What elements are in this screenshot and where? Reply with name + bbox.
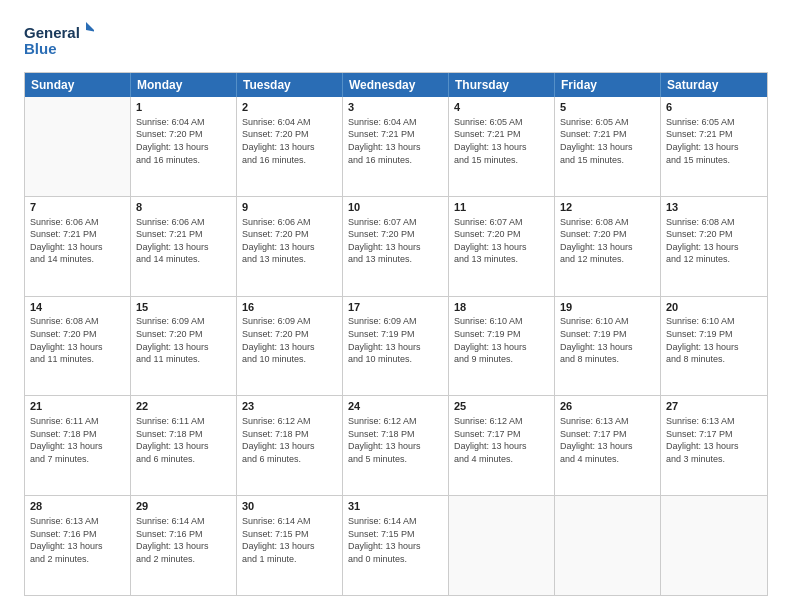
cell-info: Sunrise: 6:09 AM Sunset: 7:19 PM Dayligh… — [348, 315, 443, 365]
cell-info: Sunrise: 6:12 AM Sunset: 7:18 PM Dayligh… — [242, 415, 337, 465]
cal-cell: 27Sunrise: 6:13 AM Sunset: 7:17 PM Dayli… — [661, 396, 767, 495]
cal-cell: 3Sunrise: 6:04 AM Sunset: 7:21 PM Daylig… — [343, 97, 449, 196]
day-number: 18 — [454, 300, 549, 315]
day-number: 25 — [454, 399, 549, 414]
day-number: 16 — [242, 300, 337, 315]
day-header-friday: Friday — [555, 73, 661, 97]
cal-cell — [555, 496, 661, 595]
cal-cell: 10Sunrise: 6:07 AM Sunset: 7:20 PM Dayli… — [343, 197, 449, 296]
cal-cell: 22Sunrise: 6:11 AM Sunset: 7:18 PM Dayli… — [131, 396, 237, 495]
day-number: 2 — [242, 100, 337, 115]
day-number: 7 — [30, 200, 125, 215]
cell-info: Sunrise: 6:06 AM Sunset: 7:20 PM Dayligh… — [242, 216, 337, 266]
cal-cell: 2Sunrise: 6:04 AM Sunset: 7:20 PM Daylig… — [237, 97, 343, 196]
cell-info: Sunrise: 6:10 AM Sunset: 7:19 PM Dayligh… — [560, 315, 655, 365]
calendar: SundayMondayTuesdayWednesdayThursdayFrid… — [24, 72, 768, 596]
cell-info: Sunrise: 6:08 AM Sunset: 7:20 PM Dayligh… — [560, 216, 655, 266]
day-number: 17 — [348, 300, 443, 315]
cal-cell — [25, 97, 131, 196]
day-number: 9 — [242, 200, 337, 215]
cal-cell — [661, 496, 767, 595]
cell-info: Sunrise: 6:04 AM Sunset: 7:21 PM Dayligh… — [348, 116, 443, 166]
cell-info: Sunrise: 6:10 AM Sunset: 7:19 PM Dayligh… — [454, 315, 549, 365]
cell-info: Sunrise: 6:12 AM Sunset: 7:17 PM Dayligh… — [454, 415, 549, 465]
day-number: 3 — [348, 100, 443, 115]
day-header-monday: Monday — [131, 73, 237, 97]
day-header-wednesday: Wednesday — [343, 73, 449, 97]
cell-info: Sunrise: 6:06 AM Sunset: 7:21 PM Dayligh… — [136, 216, 231, 266]
cal-week-2: 14Sunrise: 6:08 AM Sunset: 7:20 PM Dayli… — [25, 296, 767, 396]
day-number: 23 — [242, 399, 337, 414]
cell-info: Sunrise: 6:07 AM Sunset: 7:20 PM Dayligh… — [454, 216, 549, 266]
cal-cell: 9Sunrise: 6:06 AM Sunset: 7:20 PM Daylig… — [237, 197, 343, 296]
day-header-saturday: Saturday — [661, 73, 767, 97]
day-header-sunday: Sunday — [25, 73, 131, 97]
cal-cell: 28Sunrise: 6:13 AM Sunset: 7:16 PM Dayli… — [25, 496, 131, 595]
cell-info: Sunrise: 6:04 AM Sunset: 7:20 PM Dayligh… — [242, 116, 337, 166]
cal-cell: 17Sunrise: 6:09 AM Sunset: 7:19 PM Dayli… — [343, 297, 449, 396]
day-number: 13 — [666, 200, 762, 215]
cell-info: Sunrise: 6:06 AM Sunset: 7:21 PM Dayligh… — [30, 216, 125, 266]
day-number: 5 — [560, 100, 655, 115]
day-number: 26 — [560, 399, 655, 414]
cell-info: Sunrise: 6:09 AM Sunset: 7:20 PM Dayligh… — [242, 315, 337, 365]
day-number: 20 — [666, 300, 762, 315]
cell-info: Sunrise: 6:10 AM Sunset: 7:19 PM Dayligh… — [666, 315, 762, 365]
cal-cell: 6Sunrise: 6:05 AM Sunset: 7:21 PM Daylig… — [661, 97, 767, 196]
day-number: 1 — [136, 100, 231, 115]
cal-cell: 1Sunrise: 6:04 AM Sunset: 7:20 PM Daylig… — [131, 97, 237, 196]
cal-cell: 11Sunrise: 6:07 AM Sunset: 7:20 PM Dayli… — [449, 197, 555, 296]
calendar-body: 1Sunrise: 6:04 AM Sunset: 7:20 PM Daylig… — [25, 97, 767, 595]
logo: General Blue — [24, 20, 94, 60]
day-header-thursday: Thursday — [449, 73, 555, 97]
day-number: 24 — [348, 399, 443, 414]
cell-info: Sunrise: 6:05 AM Sunset: 7:21 PM Dayligh… — [560, 116, 655, 166]
cell-info: Sunrise: 6:09 AM Sunset: 7:20 PM Dayligh… — [136, 315, 231, 365]
cal-cell: 4Sunrise: 6:05 AM Sunset: 7:21 PM Daylig… — [449, 97, 555, 196]
cal-cell: 14Sunrise: 6:08 AM Sunset: 7:20 PM Dayli… — [25, 297, 131, 396]
cell-info: Sunrise: 6:14 AM Sunset: 7:15 PM Dayligh… — [242, 515, 337, 565]
day-number: 27 — [666, 399, 762, 414]
cell-info: Sunrise: 6:04 AM Sunset: 7:20 PM Dayligh… — [136, 116, 231, 166]
logo-svg: General Blue — [24, 20, 94, 60]
cell-info: Sunrise: 6:05 AM Sunset: 7:21 PM Dayligh… — [666, 116, 762, 166]
cal-cell: 15Sunrise: 6:09 AM Sunset: 7:20 PM Dayli… — [131, 297, 237, 396]
cell-info: Sunrise: 6:13 AM Sunset: 7:17 PM Dayligh… — [666, 415, 762, 465]
cell-info: Sunrise: 6:11 AM Sunset: 7:18 PM Dayligh… — [30, 415, 125, 465]
cal-week-4: 28Sunrise: 6:13 AM Sunset: 7:16 PM Dayli… — [25, 495, 767, 595]
cal-cell: 5Sunrise: 6:05 AM Sunset: 7:21 PM Daylig… — [555, 97, 661, 196]
day-number: 19 — [560, 300, 655, 315]
cell-info: Sunrise: 6:12 AM Sunset: 7:18 PM Dayligh… — [348, 415, 443, 465]
cal-cell: 25Sunrise: 6:12 AM Sunset: 7:17 PM Dayli… — [449, 396, 555, 495]
day-number: 22 — [136, 399, 231, 414]
day-number: 11 — [454, 200, 549, 215]
day-number: 15 — [136, 300, 231, 315]
day-number: 31 — [348, 499, 443, 514]
day-header-tuesday: Tuesday — [237, 73, 343, 97]
cal-cell: 31Sunrise: 6:14 AM Sunset: 7:15 PM Dayli… — [343, 496, 449, 595]
page: General Blue SundayMondayTuesdayWednesda… — [0, 0, 792, 612]
day-number: 14 — [30, 300, 125, 315]
cal-cell — [449, 496, 555, 595]
cal-week-1: 7Sunrise: 6:06 AM Sunset: 7:21 PM Daylig… — [25, 196, 767, 296]
cal-week-3: 21Sunrise: 6:11 AM Sunset: 7:18 PM Dayli… — [25, 395, 767, 495]
calendar-header: SundayMondayTuesdayWednesdayThursdayFrid… — [25, 73, 767, 97]
day-number: 30 — [242, 499, 337, 514]
cal-cell: 8Sunrise: 6:06 AM Sunset: 7:21 PM Daylig… — [131, 197, 237, 296]
cal-cell: 7Sunrise: 6:06 AM Sunset: 7:21 PM Daylig… — [25, 197, 131, 296]
day-number: 12 — [560, 200, 655, 215]
cal-cell: 12Sunrise: 6:08 AM Sunset: 7:20 PM Dayli… — [555, 197, 661, 296]
day-number: 28 — [30, 499, 125, 514]
cell-info: Sunrise: 6:13 AM Sunset: 7:16 PM Dayligh… — [30, 515, 125, 565]
day-number: 8 — [136, 200, 231, 215]
cal-cell: 30Sunrise: 6:14 AM Sunset: 7:15 PM Dayli… — [237, 496, 343, 595]
cal-cell: 18Sunrise: 6:10 AM Sunset: 7:19 PM Dayli… — [449, 297, 555, 396]
cal-cell: 29Sunrise: 6:14 AM Sunset: 7:16 PM Dayli… — [131, 496, 237, 595]
cell-info: Sunrise: 6:13 AM Sunset: 7:17 PM Dayligh… — [560, 415, 655, 465]
svg-marker-2 — [86, 22, 94, 32]
svg-text:General: General — [24, 24, 80, 41]
cal-cell: 24Sunrise: 6:12 AM Sunset: 7:18 PM Dayli… — [343, 396, 449, 495]
cell-info: Sunrise: 6:11 AM Sunset: 7:18 PM Dayligh… — [136, 415, 231, 465]
day-number: 10 — [348, 200, 443, 215]
cal-week-0: 1Sunrise: 6:04 AM Sunset: 7:20 PM Daylig… — [25, 97, 767, 196]
